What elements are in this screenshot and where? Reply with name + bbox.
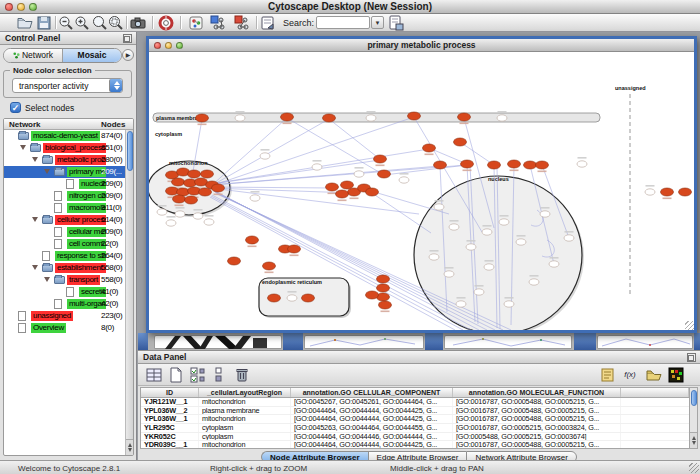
network-node[interactable] — [379, 301, 392, 309]
search-dropdown-button[interactable]: ▼ — [371, 16, 384, 29]
tab-network[interactable]: Network — [4, 49, 63, 62]
tab-overflow-button[interactable]: ▶ — [122, 49, 134, 61]
network-node[interactable] — [193, 213, 203, 219]
network-node[interactable] — [408, 112, 421, 120]
expand-triangle-icon[interactable] — [32, 265, 38, 270]
network-node[interactable] — [458, 113, 471, 121]
network-node[interactable] — [199, 188, 212, 196]
network-node[interactable] — [312, 164, 322, 170]
compartment-plasma-membrane[interactable] — [153, 113, 600, 122]
network-node[interactable] — [196, 114, 209, 122]
tree-row[interactable]: cell communicat22(0) — [4, 238, 125, 250]
tree-row[interactable]: establishment of lo558(0) — [4, 262, 125, 274]
tree-row[interactable]: Overview8(0) — [4, 322, 125, 334]
window-fragment[interactable] — [574, 333, 596, 350]
tree-row[interactable]: metabolic process280(0) — [4, 154, 125, 166]
expand-triangle-icon[interactable] — [44, 169, 50, 174]
network-node[interactable] — [326, 183, 339, 191]
combo-stepper-icon[interactable] — [109, 79, 122, 92]
network-node[interactable] — [661, 188, 674, 196]
vizmapper-icon[interactable] — [188, 15, 204, 31]
network-edge[interactable] — [372, 193, 431, 233]
column-header[interactable]: annotation.GO MOLECULAR_FUNCTION — [453, 388, 621, 397]
network-node[interactable] — [449, 224, 459, 230]
network-node[interactable] — [516, 239, 526, 245]
zoom-in-icon[interactable] — [74, 15, 90, 31]
zoom-out-icon[interactable] — [58, 15, 74, 31]
network-node[interactable] — [336, 190, 349, 198]
network-node[interactable] — [377, 275, 390, 283]
table-row[interactable]: YDR039C__1mitochondrion[GO:0044464, GO:0… — [141, 441, 689, 449]
network-node[interactable] — [679, 188, 692, 196]
network-edge[interactable] — [329, 119, 381, 160]
column-header[interactable]: annotation.GO CELLULAR_COMPONENT — [291, 388, 453, 397]
open-icon[interactable] — [17, 15, 33, 31]
network-node[interactable] — [399, 177, 409, 183]
network-node[interactable] — [341, 181, 354, 189]
help-lifering-icon[interactable] — [158, 15, 174, 31]
search-input[interactable] — [316, 16, 370, 29]
window-fragment[interactable] — [283, 333, 303, 350]
network-node[interactable] — [302, 294, 315, 302]
tree-row[interactable]: cellular metabo209(0) — [4, 226, 125, 238]
function-builder-icon[interactable]: f(x) — [622, 367, 638, 383]
network-node[interactable] — [474, 289, 484, 295]
tree-row[interactable]: unassigned223(0) — [4, 310, 125, 322]
table-scrollbar-arrows[interactable] — [690, 432, 697, 448]
annotation-note-icon[interactable] — [600, 367, 616, 383]
network-node[interactable] — [377, 284, 390, 292]
network-node[interactable] — [497, 115, 507, 121]
network-node[interactable] — [466, 244, 476, 250]
network-node[interactable] — [323, 114, 336, 122]
network-node[interactable] — [263, 262, 276, 270]
network-node[interactable] — [366, 291, 379, 299]
tree-row[interactable]: nitrogen compo209(0) — [4, 190, 125, 202]
select-attributes-icon[interactable] — [190, 367, 206, 383]
network-node[interactable] — [429, 254, 439, 260]
float-data-panel-icon[interactable] — [687, 353, 696, 362]
network-node[interactable] — [374, 155, 387, 163]
network-node[interactable] — [288, 245, 301, 253]
window-fragment[interactable] — [597, 335, 693, 349]
network-node[interactable] — [287, 295, 297, 301]
column-header[interactable]: ID — [141, 388, 199, 397]
network-node[interactable] — [204, 219, 214, 225]
network-node[interactable] — [228, 257, 241, 265]
table-scrollbar-thumb[interactable] — [691, 390, 697, 406]
network-node[interactable] — [645, 189, 655, 195]
tree-row[interactable]: nucleobase-209(0) — [4, 178, 125, 190]
network-node[interactable] — [212, 184, 225, 192]
annotation-page-icon[interactable] — [260, 15, 276, 31]
window-fragment[interactable] — [154, 335, 282, 349]
tree-row[interactable]: macromolecule311(0) — [4, 202, 125, 214]
configure-search-icon[interactable] — [388, 15, 404, 31]
network-node[interactable] — [423, 144, 436, 152]
expand-triangle-icon[interactable] — [20, 145, 26, 150]
new-attribute-icon[interactable] — [168, 367, 184, 383]
table-row[interactable]: YKR052Ccytoplasm[GO:0044464, GO:0044446,… — [141, 433, 689, 442]
network-node[interactable] — [504, 301, 514, 307]
network-node[interactable] — [246, 236, 259, 244]
network-node[interactable] — [488, 161, 501, 169]
network-node[interactable] — [577, 161, 587, 167]
tree-scrollbar-thumb[interactable] — [127, 131, 133, 171]
network-node[interactable] — [482, 229, 492, 235]
network-node[interactable] — [166, 220, 176, 226]
table-row[interactable]: YPL036W__2plasma membrane[GO:0044464, GO… — [141, 407, 689, 416]
expand-triangle-icon[interactable] — [32, 157, 38, 162]
import-attributes-icon[interactable] — [646, 367, 662, 383]
expand-triangle-icon[interactable] — [44, 277, 50, 282]
network-node[interactable] — [434, 161, 447, 169]
network-node[interactable] — [268, 294, 281, 302]
network-node[interactable] — [250, 195, 260, 201]
network-node[interactable] — [444, 271, 454, 277]
network-node[interactable] — [260, 153, 270, 159]
tree-column-header[interactable]: Network Nodes — [4, 119, 133, 130]
network-node[interactable] — [434, 204, 444, 210]
network-node[interactable] — [499, 219, 509, 225]
node-color-select[interactable]: transporter activity — [12, 78, 123, 93]
import-table-icon[interactable] — [234, 15, 250, 31]
network-node[interactable] — [549, 261, 559, 267]
network-node[interactable] — [175, 211, 185, 217]
save-icon[interactable] — [36, 15, 52, 31]
